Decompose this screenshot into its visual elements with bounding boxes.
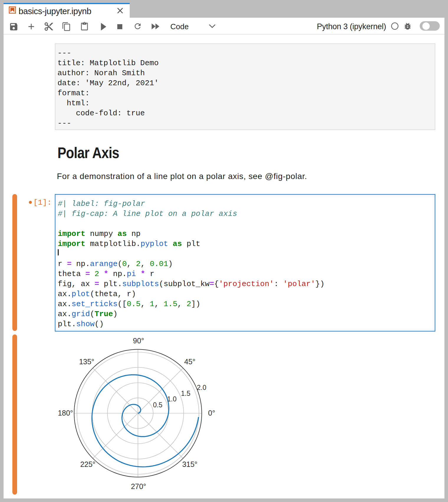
svg-text:0°: 0°	[208, 409, 215, 417]
svg-text:2.0: 2.0	[197, 384, 206, 391]
svg-text:135°: 135°	[79, 357, 94, 366]
svg-text:315°: 315°	[182, 460, 197, 468]
svg-text:45°: 45°	[184, 357, 195, 366]
svg-text:1.0: 1.0	[167, 395, 177, 403]
svg-text:225°: 225°	[80, 460, 95, 468]
svg-text:0.5: 0.5	[153, 401, 162, 409]
svg-text:270°: 270°	[131, 482, 146, 490]
svg-text:180°: 180°	[58, 409, 73, 417]
svg-text:1.5: 1.5	[181, 390, 190, 397]
svg-text:90°: 90°	[133, 337, 144, 345]
